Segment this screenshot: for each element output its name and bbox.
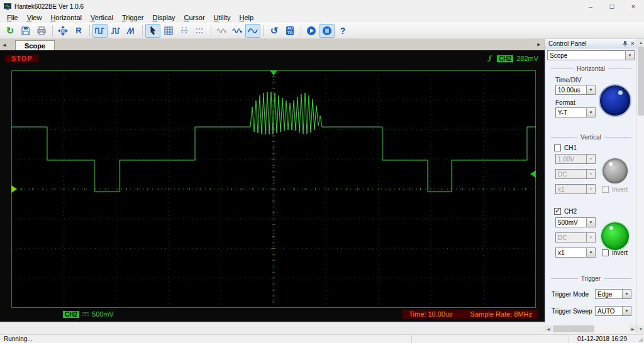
panel-vertical-scrollbar[interactable]: ▲ ▼ bbox=[636, 39, 644, 333]
ch2-label: CH2 bbox=[564, 208, 577, 215]
auto-setup-icon[interactable]: AUTO bbox=[282, 24, 297, 38]
tab-scope[interactable]: Scope bbox=[15, 40, 55, 50]
time-div-select[interactable]: 10.00us bbox=[555, 85, 596, 95]
pulse-wave-icon[interactable] bbox=[108, 24, 123, 38]
menu-vertical[interactable]: Vertical bbox=[86, 13, 118, 22]
vertical-section-title: Vertical bbox=[550, 134, 631, 141]
ch2-enable-checkbox[interactable] bbox=[554, 208, 561, 215]
horizontal-section-title: Horizontal bbox=[550, 65, 631, 72]
channel-badge: CH2 bbox=[63, 311, 79, 318]
dropdown-arrow-icon bbox=[586, 185, 595, 193]
menu-view[interactable]: View bbox=[23, 13, 47, 22]
toolbar: ↻ R bbox=[0, 23, 644, 39]
pin-icon[interactable] bbox=[622, 40, 628, 47]
scroll-up-icon[interactable]: ▲ bbox=[637, 39, 644, 46]
acquire-refresh-icon[interactable]: ↻ bbox=[3, 24, 18, 38]
menu-help[interactable]: Help bbox=[235, 13, 258, 22]
toolbar-separator bbox=[52, 25, 53, 36]
ch1-probe-select[interactable]: x1 bbox=[555, 184, 596, 194]
ch2-position-knob[interactable] bbox=[600, 221, 630, 251]
close-button[interactable]: × bbox=[623, 0, 644, 13]
scope-footer: CH2 500mV Time: 10.00us Sample Rate: 8MH… bbox=[11, 309, 538, 319]
ch1-invert-checkbox[interactable] bbox=[602, 186, 609, 193]
status-text: Running... bbox=[0, 335, 411, 342]
ramp-wave-icon[interactable] bbox=[124, 24, 139, 38]
horizontal-knob[interactable] bbox=[599, 84, 631, 117]
sine-wave-icon[interactable] bbox=[230, 24, 245, 38]
horizontal-scroll-thumb[interactable] bbox=[553, 325, 594, 332]
scroll-left-icon[interactable]: ◀ bbox=[545, 325, 552, 332]
dropdown-arrow-icon bbox=[586, 155, 595, 163]
app-icon bbox=[4, 3, 11, 10]
vertical-scroll-thumb[interactable] bbox=[638, 46, 644, 116]
ch2-probe-select[interactable]: x1 bbox=[555, 248, 596, 258]
save-icon[interactable] bbox=[18, 24, 33, 38]
format-select[interactable]: Y-T bbox=[555, 107, 596, 117]
toolbar-separator bbox=[142, 25, 143, 36]
menu-file[interactable]: File bbox=[3, 13, 23, 22]
dropdown-arrow-icon bbox=[625, 51, 634, 60]
toolbar-separator bbox=[211, 25, 211, 36]
waveform-plot[interactable] bbox=[11, 70, 536, 308]
dropdown-arrow-icon bbox=[622, 307, 631, 315]
panel-horizontal-scrollbar[interactable]: ◀ ▶ bbox=[545, 324, 636, 333]
tab-bar: ◀ Scope ▶ bbox=[0, 39, 545, 50]
ch1-position-knob[interactable] bbox=[601, 157, 629, 185]
menu-utility[interactable]: Utility bbox=[209, 13, 235, 22]
ch2-coupling-select[interactable]: DC bbox=[555, 232, 596, 242]
menu-display[interactable]: Display bbox=[148, 13, 179, 22]
ch1-enable-checkbox[interactable] bbox=[554, 144, 561, 151]
scope-display-area: STOP CH2 282mV CH2 500mV Time: 10.00us S… bbox=[0, 50, 545, 322]
window-title: Hantek6022BE Ver 1.0.6 bbox=[14, 3, 84, 10]
trigger-channel-badge: CH2 bbox=[497, 55, 513, 62]
trigger-mode-select[interactable]: Edge bbox=[595, 289, 631, 299]
app-window: Hantek6022BE Ver 1.0.6 – □ × File View H… bbox=[0, 0, 644, 343]
menu-trigger[interactable]: Trigger bbox=[118, 13, 148, 22]
tab-scroll-right-icon[interactable]: ▶ bbox=[535, 40, 543, 50]
menu-horizontal[interactable]: Horizontal bbox=[46, 13, 86, 22]
dropdown-arrow-icon bbox=[586, 248, 595, 257]
bottom-filler bbox=[0, 322, 545, 334]
scope-screen[interactable] bbox=[11, 70, 536, 308]
pause-icon[interactable] bbox=[319, 24, 335, 38]
menu-cursor[interactable]: Cursor bbox=[180, 13, 209, 22]
scroll-down-icon[interactable]: ▼ bbox=[637, 325, 644, 333]
square-wave-icon[interactable] bbox=[92, 24, 108, 38]
undo-icon[interactable]: ↺ bbox=[267, 24, 282, 38]
scroll-right-icon[interactable]: ▶ bbox=[629, 325, 636, 332]
ch1-label: CH1 bbox=[564, 144, 577, 151]
sample-rate: Sample Rate: 8MHz bbox=[470, 310, 532, 318]
trigger-section-title: Trigger bbox=[550, 275, 631, 282]
trigger-sweep-select[interactable]: AUTO bbox=[595, 306, 631, 316]
help-icon[interactable]: ? bbox=[335, 24, 350, 38]
menu-bar: File View Horizontal Vertical Trigger Di… bbox=[0, 13, 644, 23]
dropdown-arrow-icon bbox=[586, 108, 595, 117]
tab-scroll-left-icon[interactable]: ◀ bbox=[0, 40, 9, 50]
cursor-arrow-icon[interactable] bbox=[145, 24, 160, 38]
print-icon[interactable] bbox=[34, 24, 49, 38]
panel-mode-select[interactable]: Scope bbox=[547, 50, 635, 60]
run-play-icon[interactable] bbox=[304, 24, 319, 38]
maximize-button[interactable]: □ bbox=[601, 0, 623, 13]
ch2-invert-checkbox[interactable] bbox=[602, 249, 609, 256]
dropdown-arrow-icon bbox=[586, 85, 595, 94]
minimize-button[interactable]: – bbox=[580, 0, 601, 13]
status-datetime: 01-12-2018 16:29 bbox=[569, 335, 635, 343]
vertical-cursors-icon[interactable] bbox=[177, 24, 192, 38]
control-panel-header: Control Panel × bbox=[545, 39, 636, 48]
ch1-volts-select[interactable]: 1.00V bbox=[555, 154, 596, 164]
ch1-coupling-select[interactable]: DC bbox=[555, 169, 596, 179]
dc-coupling-icon bbox=[82, 312, 89, 317]
sine-wave-alt-icon[interactable] bbox=[245, 24, 260, 38]
wave-dim-icon[interactable] bbox=[214, 24, 229, 38]
reference-wave-icon[interactable]: R bbox=[71, 24, 86, 38]
horizontal-cursors-icon[interactable] bbox=[192, 24, 208, 38]
dropdown-arrow-icon bbox=[586, 218, 595, 227]
fit-screen-icon[interactable] bbox=[55, 24, 70, 38]
grid-icon[interactable] bbox=[161, 24, 176, 38]
channel-readout: CH2 500mV bbox=[63, 310, 114, 318]
panel-close-icon[interactable]: × bbox=[631, 40, 635, 47]
ch2-volts-select[interactable]: 500mV bbox=[555, 217, 596, 227]
trigger-mode-label: Trigger Mode bbox=[552, 291, 589, 298]
control-panel-body: Horizontal Time/DIV 10.00us Format Y-T V… bbox=[545, 65, 636, 327]
